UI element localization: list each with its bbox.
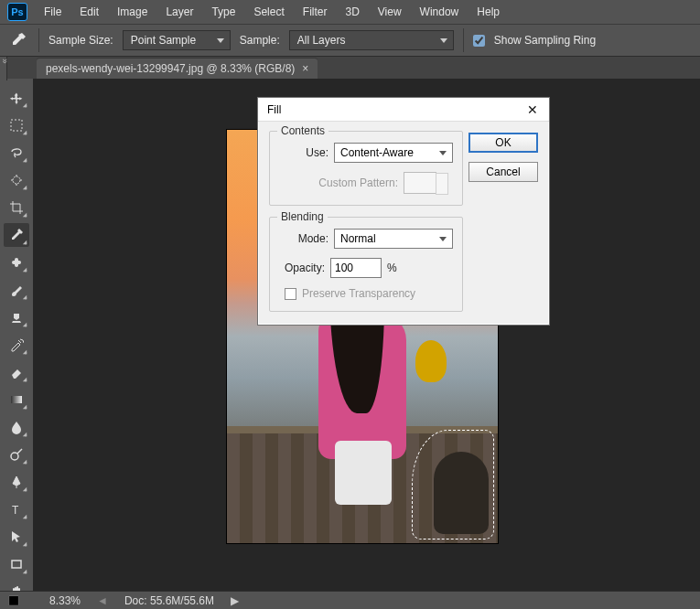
history-brush-tool[interactable] [4, 333, 29, 357]
menu-file[interactable]: File [37, 2, 69, 22]
eyedropper-tool[interactable] [4, 223, 29, 247]
blending-fieldset: Blending Mode: Normal Opacity: 100 % Pre… [269, 217, 463, 312]
dodge-tool[interactable] [4, 443, 29, 466]
menu-layer[interactable]: Layer [158, 2, 200, 22]
menu-bar: Ps File Edit Image Layer Type Select Fil… [0, 0, 700, 24]
move-tool[interactable] [4, 86, 29, 110]
status-bar: 8.33% ◄ Doc: 55.6M/55.6M ▶ [0, 591, 700, 609]
status-flyout-icon[interactable]: ▶ [231, 594, 239, 607]
sample-size-select[interactable]: Point Sample [123, 30, 231, 50]
use-label: Use: [306, 146, 328, 159]
document-tab-title: pexels-wendy-wei-13299947.jpg @ 8.33% (R… [46, 62, 295, 75]
cancel-button[interactable]: Cancel [468, 162, 538, 182]
menu-filter[interactable]: Filter [296, 2, 335, 22]
dialog-title: Fill [267, 103, 281, 116]
menu-edit[interactable]: Edit [72, 2, 106, 22]
gradient-tool[interactable] [4, 388, 29, 411]
mode-label: Mode: [298, 232, 328, 245]
svg-point-1 [13, 176, 20, 184]
separator [38, 28, 39, 52]
menu-3d[interactable]: 3D [338, 2, 366, 22]
eraser-tool[interactable] [4, 360, 29, 384]
doc-size-value: 55.6M/55.6M [150, 594, 214, 607]
clone-stamp-tool[interactable] [4, 305, 29, 329]
sample-select[interactable]: All Layers [289, 30, 454, 50]
opacity-label: Opacity: [285, 262, 325, 274]
options-bar: Sample Size: Point Sample Sample: All La… [0, 24, 700, 57]
preserve-transparency-label: Preserve Transparency [302, 287, 415, 300]
brush-tool[interactable] [4, 278, 29, 302]
lasso-tool[interactable] [4, 141, 29, 165]
sample-size-label: Sample Size: [48, 34, 113, 47]
svg-rect-4 [11, 396, 22, 403]
document-tab[interactable]: pexels-wendy-wei-13299947.jpg @ 8.33% (R… [37, 59, 318, 79]
sample-size-value: Point Sample [131, 34, 196, 47]
use-select[interactable]: Content-Aware [334, 143, 453, 163]
selection-marquee [412, 430, 494, 540]
type-tool[interactable]: T [4, 497, 29, 521]
menu-window[interactable]: Window [413, 2, 467, 22]
quick-select-tool[interactable] [4, 168, 29, 192]
marquee-tool[interactable] [4, 113, 29, 137]
svg-rect-3 [15, 258, 18, 267]
mode-value: Normal [340, 232, 376, 245]
show-sampling-ring-checkbox[interactable] [473, 35, 485, 47]
dialog-close-button[interactable]: ✕ [522, 101, 544, 119]
status-swatch [7, 593, 26, 609]
eyedropper-icon [7, 29, 29, 51]
doc-size-label: Doc: [124, 594, 147, 607]
app-logo: Ps [7, 3, 27, 21]
menu-type[interactable]: Type [204, 2, 242, 22]
photo-buoy [415, 340, 447, 382]
tools-panel: T [0, 80, 33, 609]
menu-image[interactable]: Image [110, 2, 155, 22]
separator [463, 28, 464, 52]
contents-fieldset: Contents Use: Content-Aware Custom Patte… [269, 131, 463, 206]
path-select-tool[interactable] [4, 525, 29, 549]
dialog-titlebar[interactable]: Fill ✕ [258, 98, 549, 122]
show-sampling-ring-label: Show Sampling Ring [494, 34, 596, 47]
fill-dialog: Fill ✕ OK Cancel Contents Use: Content-A… [257, 97, 550, 326]
blur-tool[interactable] [4, 415, 29, 439]
menu-help[interactable]: Help [469, 2, 507, 22]
preserve-transparency-checkbox[interactable] [285, 288, 296, 300]
use-value: Content-Aware [340, 146, 414, 159]
ok-button[interactable]: OK [468, 133, 538, 153]
contents-legend: Contents [277, 124, 328, 137]
menu-select[interactable]: Select [246, 2, 291, 22]
opacity-input[interactable]: 100 [330, 258, 382, 278]
svg-rect-0 [11, 120, 22, 131]
menu-view[interactable]: View [371, 2, 409, 22]
zoom-level[interactable]: 8.33% [49, 594, 81, 607]
svg-point-5 [11, 453, 18, 460]
blending-legend: Blending [277, 210, 328, 223]
custom-pattern-picker [404, 172, 436, 194]
pen-tool[interactable] [4, 470, 29, 494]
sample-value: All Layers [297, 34, 346, 47]
healing-brush-tool[interactable] [4, 251, 29, 274]
rectangle-tool[interactable] [4, 552, 29, 576]
mode-select[interactable]: Normal [334, 229, 453, 249]
opacity-value: 100 [335, 262, 353, 274]
svg-rect-7 [12, 561, 21, 568]
sample-label: Sample: [240, 34, 280, 47]
opacity-unit: % [387, 262, 397, 274]
crop-tool[interactable] [4, 196, 29, 219]
custom-pattern-label: Custom Pattern: [318, 176, 398, 189]
document-tab-row: pexels-wendy-wei-13299947.jpg @ 8.33% (R… [0, 57, 700, 79]
svg-text:T: T [12, 504, 19, 517]
document-tab-close[interactable]: × [302, 62, 308, 75]
